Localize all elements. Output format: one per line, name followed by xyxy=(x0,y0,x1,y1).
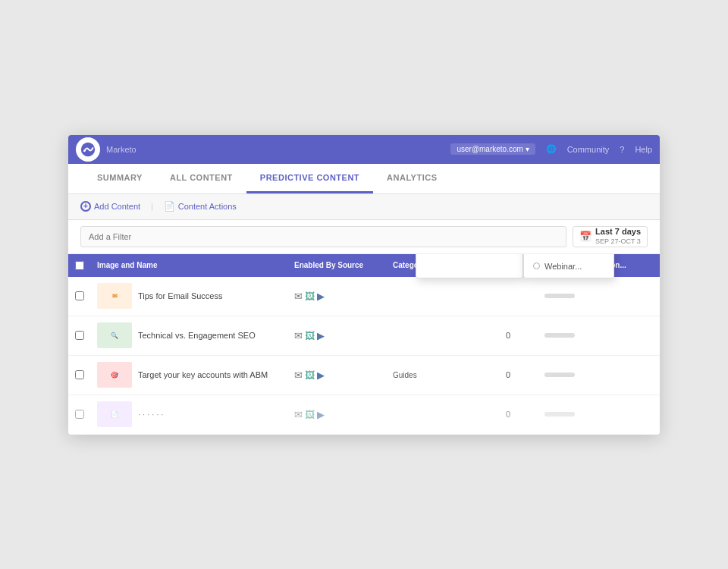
tab-summary[interactable]: SUMMARY xyxy=(83,163,156,193)
date-range-sublabel: SEP 27-OCT 3 xyxy=(595,237,641,245)
toolbar: + Add Content | 📄 Content Actions xyxy=(68,194,660,220)
toolbar-separator: | xyxy=(151,203,153,211)
play-source-icon: ▶ xyxy=(317,330,325,341)
email-source-icon: ✉ xyxy=(294,330,303,341)
community-link[interactable]: Community xyxy=(567,145,610,154)
row1-categories xyxy=(387,291,478,300)
row2-bar xyxy=(538,329,599,342)
image-source-icon: 🖼 xyxy=(305,330,315,341)
image-source-icon: 🖼 xyxy=(305,291,315,302)
content-table: Image and Name Enabled By Source Categor… xyxy=(68,254,660,435)
row3-name-col: 🎯 Target your key accounts with ABM xyxy=(91,357,288,392)
row2-thumb: 🔍 xyxy=(97,322,132,348)
play-source-icon: ▶ xyxy=(317,409,325,420)
row4-conversions xyxy=(599,410,645,419)
svg-point-1 xyxy=(83,149,86,152)
filter-dropdown: Category ▶ Enabled Source xyxy=(416,254,523,278)
add-icon: + xyxy=(80,201,91,212)
tab-predictive-content[interactable]: PREDICTIVE CONTENT xyxy=(246,163,373,193)
row3-checkbox-col xyxy=(68,366,91,384)
row2-sources: ✉ 🖼 ▶ xyxy=(288,325,387,346)
row4-checkbox-col xyxy=(68,405,91,423)
webinar-radio xyxy=(533,262,540,269)
secondary-nav: SUMMARY ALL CONTENT PREDICTIVE CONTENT A… xyxy=(68,164,660,194)
row4-bar xyxy=(538,407,599,421)
row3-thumb: 🎯 xyxy=(97,362,132,388)
doc-icon: 📄 xyxy=(164,201,175,212)
row2-checkbox[interactable] xyxy=(75,331,84,340)
row1-conversions xyxy=(599,291,645,300)
row4-thumb: 📄 xyxy=(97,401,132,427)
row3-conversions xyxy=(599,370,645,379)
row1-bar xyxy=(538,289,599,303)
add-content-button[interactable]: + Add Content xyxy=(80,201,140,212)
email-source-icon: ✉ xyxy=(294,369,303,381)
row2-categories xyxy=(387,331,478,340)
dropdown-overlay: Category ▶ Enabled Source xyxy=(416,254,614,278)
app-window: Marketo user@marketo.com ▾ 🌐 Community ?… xyxy=(68,135,660,435)
th-name: Image and Name xyxy=(91,261,288,269)
row1-content-name[interactable]: Tips for Email Success xyxy=(138,291,222,300)
date-range-label: Last 7 days xyxy=(595,227,641,237)
play-source-icon: ▶ xyxy=(317,291,325,302)
row1-name-col: ✉ Tips for Email Success xyxy=(91,278,288,313)
row1-num xyxy=(478,291,538,300)
row3-bar xyxy=(538,368,599,382)
row3-content-name[interactable]: Target your key accounts with ABM xyxy=(138,370,268,379)
app-logo xyxy=(76,137,100,162)
row3-num: 0 xyxy=(478,366,538,384)
row4-categories xyxy=(387,410,478,419)
image-source-icon: 🖼 xyxy=(305,409,315,420)
email-btn[interactable]: user@marketo.com ▾ xyxy=(450,143,535,155)
table-row: 📄 · · · · · · ✉ 🖼 ▶ 0 xyxy=(68,395,660,435)
top-bar: Marketo user@marketo.com ▾ 🌐 Community ?… xyxy=(68,135,660,164)
help-link[interactable]: Help xyxy=(635,145,652,154)
tab-all-content[interactable]: ALL CONTENT xyxy=(156,163,246,193)
email-source-icon: ✉ xyxy=(294,409,303,420)
row1-thumb: ✉ xyxy=(97,283,132,309)
table-row: 🎯 Target your key accounts with ABM ✉ 🖼 … xyxy=(68,356,660,395)
row3-sources: ✉ 🖼 ▶ xyxy=(288,365,387,385)
table-row: 🔍 Technical vs. Engagement SEO ✉ 🖼 ▶ 0 xyxy=(68,316,660,356)
row4-content-name: · · · · · · xyxy=(138,410,164,419)
row1-sources: ✉ 🖼 ▶ xyxy=(288,286,387,307)
filter-input[interactable] xyxy=(80,226,566,247)
tab-analytics[interactable]: ANALYTICS xyxy=(373,163,450,193)
content-actions-button[interactable]: 📄 Content Actions xyxy=(164,201,237,212)
play-source-icon: ▶ xyxy=(317,369,325,381)
row4-num: 0 xyxy=(478,405,538,423)
th-enabled-by-source: Enabled By Source xyxy=(288,261,387,269)
globe-icon: 🌐 xyxy=(546,144,557,154)
row4-name-col: 📄 · · · · · · xyxy=(91,397,288,432)
row4-sources: ✉ 🖼 ▶ xyxy=(288,404,387,425)
image-source-icon: 🖼 xyxy=(305,369,315,381)
row1-checkbox[interactable] xyxy=(75,291,84,300)
th-checkbox xyxy=(68,261,91,270)
row2-name-col: 🔍 Technical vs. Engagement SEO xyxy=(91,318,288,353)
calendar-icon: 📅 xyxy=(579,231,592,242)
select-all-checkbox[interactable] xyxy=(75,261,84,270)
category-submenu: Article Blog Case Study Data Sheet Guide… xyxy=(523,254,614,278)
table-row: ✉ Tips for Email Success ✉ 🖼 ▶ xyxy=(68,277,660,316)
row2-content-name[interactable]: Technical vs. Engagement SEO xyxy=(138,331,256,340)
row3-categories: Guides xyxy=(387,366,478,384)
row2-conversions xyxy=(599,331,645,340)
date-range-button[interactable]: 📅 Last 7 days SEP 27-OCT 3 xyxy=(573,226,648,247)
help-icon: ? xyxy=(620,145,624,154)
row2-checkbox-col xyxy=(68,326,91,344)
app-title: Marketo xyxy=(106,145,444,154)
row1-checkbox-col xyxy=(68,287,91,305)
category-webinar[interactable]: Webinar... xyxy=(524,258,613,275)
topbar-right: user@marketo.com ▾ 🌐 Community ? Help xyxy=(450,143,652,155)
row4-checkbox[interactable] xyxy=(75,410,84,419)
row3-checkbox[interactable] xyxy=(75,370,84,379)
email-source-icon: ✉ xyxy=(294,291,303,302)
row2-num: 0 xyxy=(478,326,538,344)
filter-bar: 📅 Last 7 days SEP 27-OCT 3 xyxy=(68,220,660,254)
